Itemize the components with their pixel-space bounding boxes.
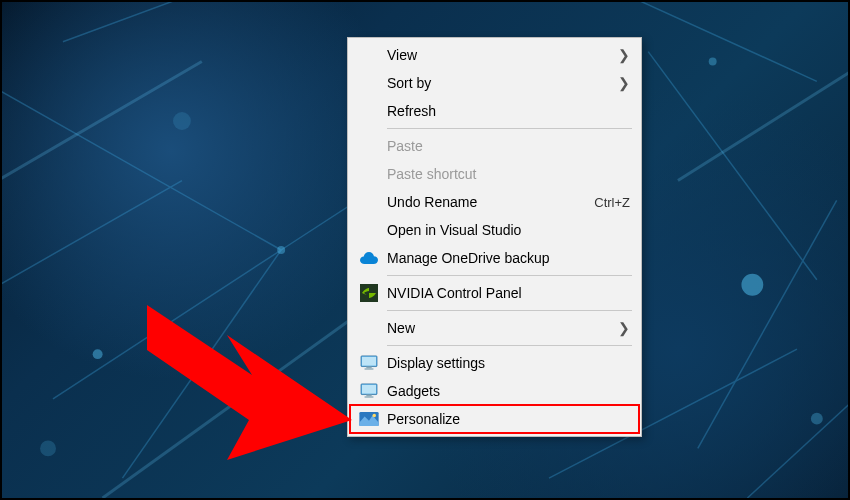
svg-line-4 [2, 181, 182, 300]
icon-slot [357, 73, 381, 93]
svg-line-6 [698, 200, 837, 448]
svg-point-20 [40, 440, 56, 456]
svg-point-17 [173, 112, 191, 130]
icon-slot [357, 101, 381, 121]
monitor-icon [357, 353, 381, 373]
svg-rect-26 [362, 385, 376, 394]
menu-label: Gadgets [387, 383, 630, 399]
icon-slot [357, 136, 381, 156]
menu-item-paste: Paste [349, 132, 640, 160]
menu-item-view[interactable]: View ❯ [349, 41, 640, 69]
menu-label: View [387, 47, 618, 63]
personalize-icon [357, 409, 381, 429]
icon-slot [357, 220, 381, 240]
svg-line-12 [678, 62, 848, 181]
menu-shortcut: Ctrl+Z [594, 195, 630, 210]
menu-label: Undo Rename [387, 194, 594, 210]
menu-item-paste-shortcut: Paste shortcut [349, 160, 640, 188]
menu-label: New [387, 320, 618, 336]
chevron-right-icon: ❯ [618, 75, 630, 91]
svg-point-16 [277, 246, 285, 254]
menu-item-personalize[interactable]: Personalize [349, 405, 640, 433]
svg-rect-27 [366, 395, 371, 397]
nvidia-eye-icon [357, 283, 381, 303]
svg-line-0 [2, 81, 281, 250]
menu-label: Refresh [387, 103, 630, 119]
svg-line-1 [122, 250, 281, 478]
menu-divider [387, 310, 632, 311]
svg-line-8 [63, 2, 251, 42]
svg-line-13 [2, 62, 202, 201]
menu-label: Personalize [387, 411, 630, 427]
menu-item-refresh[interactable]: Refresh [349, 97, 640, 125]
svg-rect-22 [362, 357, 376, 366]
svg-line-3 [53, 250, 281, 399]
svg-point-30 [373, 414, 377, 418]
menu-label: Sort by [387, 75, 618, 91]
svg-rect-28 [365, 396, 374, 397]
icon-slot [357, 164, 381, 184]
menu-divider [387, 275, 632, 276]
svg-line-10 [747, 379, 848, 498]
icon-slot [357, 45, 381, 65]
menu-label: NVIDIA Control Panel [387, 285, 630, 301]
menu-item-gadgets[interactable]: Gadgets [349, 377, 640, 405]
svg-line-5 [648, 52, 817, 280]
menu-item-onedrive-backup[interactable]: Manage OneDrive backup [349, 244, 640, 272]
icon-slot [357, 192, 381, 212]
menu-label: Paste [387, 138, 630, 154]
menu-divider [387, 345, 632, 346]
chevron-right-icon: ❯ [618, 47, 630, 63]
menu-item-open-visual-studio[interactable]: Open in Visual Studio [349, 216, 640, 244]
menu-item-new[interactable]: New ❯ [349, 314, 640, 342]
svg-point-14 [741, 274, 763, 296]
desktop-context-menu: View ❯ Sort by ❯ Refresh Paste Paste sho… [347, 37, 642, 437]
menu-label: Manage OneDrive backup [387, 250, 630, 266]
svg-point-19 [811, 413, 823, 425]
svg-line-11 [103, 319, 351, 498]
menu-item-display-settings[interactable]: Display settings [349, 349, 640, 377]
svg-rect-23 [366, 367, 371, 369]
menu-label: Display settings [387, 355, 630, 371]
monitor-icon [357, 381, 381, 401]
icon-slot [357, 318, 381, 338]
chevron-right-icon: ❯ [618, 320, 630, 336]
svg-point-15 [93, 349, 103, 359]
menu-label: Paste shortcut [387, 166, 630, 182]
menu-divider [387, 128, 632, 129]
menu-item-nvidia-control-panel[interactable]: NVIDIA Control Panel [349, 279, 640, 307]
svg-rect-24 [365, 368, 374, 369]
menu-item-undo-rename[interactable]: Undo Rename Ctrl+Z [349, 188, 640, 216]
menu-label: Open in Visual Studio [387, 222, 630, 238]
onedrive-cloud-icon [357, 248, 381, 268]
svg-point-18 [709, 58, 717, 66]
menu-item-sort-by[interactable]: Sort by ❯ [349, 69, 640, 97]
